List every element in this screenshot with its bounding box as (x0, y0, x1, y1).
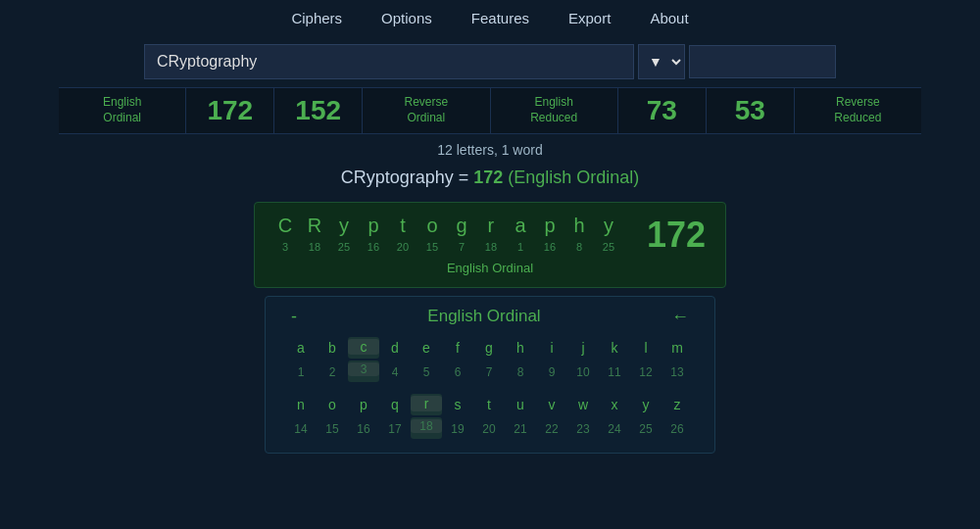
alpha-letter-cell-s: s (442, 394, 473, 415)
alpha-letter-cell-i: i (536, 337, 567, 359)
alpha-letter-cell-r: r (411, 394, 442, 415)
search-row: ▼ (0, 36, 980, 87)
cipher-dropdown[interactable]: ▼ (638, 44, 685, 79)
alpha-letter-cell-h: h (505, 337, 536, 359)
alpha-next-button[interactable]: ← (665, 307, 695, 327)
letter-total: 172 (647, 215, 706, 256)
eo-label: EnglishOrdinal (103, 95, 141, 125)
alpha-letter-cell-y: y (630, 394, 662, 415)
alpha-letter-cell-w: w (567, 394, 599, 415)
alpha-header: - English Ordinal ← (285, 307, 695, 327)
word-info: 12 letters, 1 word (0, 134, 980, 162)
alpha-num-cell-25: 25 (630, 417, 662, 439)
nav-features[interactable]: Features (471, 10, 529, 26)
alpha-num-cell-1: 1 (285, 361, 317, 382)
alpha-bot-numbers-row: 14151617181920212223242526 (285, 417, 695, 439)
letter-num-2: 25 (333, 241, 355, 253)
alpha-prev-button[interactable]: - (285, 307, 303, 327)
letter-char-8: a (510, 215, 531, 237)
eo-value-172: 172 (207, 94, 253, 127)
eq-text: CRyptography (341, 168, 454, 187)
alpha-letter-cell-a: a (285, 337, 317, 359)
letter-char-11: y (598, 215, 619, 237)
alpha-num-cell-17: 17 (379, 417, 411, 439)
letter-num-4: 20 (392, 241, 414, 253)
alpha-letter-cell-k: k (599, 337, 630, 359)
cipher-cell-er-label[interactable]: EnglishReduced (491, 88, 618, 133)
alpha-top-numbers-row: 12345678910111213 (285, 361, 695, 382)
alpha-letter-cell-j: j (567, 337, 599, 359)
alpha-num-cell-13: 13 (662, 361, 693, 382)
alpha-num-cell-21: 21 (505, 417, 536, 439)
er-value-53: 53 (735, 94, 765, 127)
alpha-num-cell-5: 5 (411, 361, 442, 382)
alpha-rows: abcdefghijklm 12345678910111213 nopqrstu… (285, 337, 695, 439)
alpha-letter-cell-m: m (662, 337, 693, 359)
alpha-num-cell-15: 15 (317, 417, 348, 439)
letter-char-9: p (539, 215, 561, 237)
alpha-num-cell-24: 24 (599, 417, 630, 439)
alpha-letter-cell-b: b (317, 337, 348, 359)
alphabet-table: - English Ordinal ← abcdefghijklm 123456… (265, 296, 715, 454)
letter-num-9: 16 (539, 241, 561, 253)
alpha-num-cell-16: 16 (348, 417, 379, 439)
alpha-letter-cell-x: x (599, 394, 630, 415)
cipher-cell-73[interactable]: 73 (618, 88, 707, 133)
alpha-num-cell-6: 6 (442, 361, 473, 382)
letter-char-7: r (480, 215, 502, 237)
nav-bar: Ciphers Options Features Export About (0, 0, 980, 36)
eq-value: 172 (473, 168, 503, 187)
alpha-letter-cell-g: g (473, 337, 505, 359)
cipher-cell-172[interactable]: 172 (186, 88, 274, 133)
alpha-title: English Ordinal (303, 307, 665, 326)
alpha-num-cell-11: 11 (599, 361, 630, 382)
rr-label: ReverseReduced (834, 95, 881, 125)
alpha-num-cell-19: 19 (442, 417, 473, 439)
alpha-letter-cell-t: t (473, 394, 505, 415)
alpha-num-cell-10: 10 (567, 361, 599, 382)
alpha-letter-cell-u: u (505, 394, 536, 415)
eq-equals: = (459, 168, 474, 187)
nav-ciphers[interactable]: Ciphers (291, 10, 342, 26)
alpha-num-cell-12: 12 (630, 361, 662, 382)
letter-box-label: English Ordinal (447, 261, 533, 275)
alpha-letter-cell-d: d (379, 337, 411, 359)
cipher-cell-53[interactable]: 53 (707, 88, 795, 133)
alpha-letter-cell-z: z (662, 394, 693, 415)
alpha-num-cell-7: 7 (473, 361, 505, 382)
alpha-num-cell-18: 18 (411, 417, 442, 439)
letter-box-container: CRyptography 31825162015718116825 172 En… (0, 202, 980, 288)
cipher-cell-152[interactable]: 152 (274, 88, 363, 133)
search-extra-input[interactable] (689, 45, 836, 78)
letter-char-4: t (392, 215, 414, 237)
alpha-num-cell-14: 14 (285, 417, 317, 439)
letters-row-nums: 31825162015718116825 (274, 241, 619, 253)
alpha-num-cell-8: 8 (505, 361, 536, 382)
ro-label: ReverseOrdinal (404, 95, 448, 125)
letter-num-5: 15 (421, 241, 443, 253)
search-input[interactable] (144, 44, 634, 79)
alpha-letter-cell-o: o (317, 394, 348, 415)
alpha-num-cell-2: 2 (317, 361, 348, 382)
cipher-cell-rr-label[interactable]: ReverseReduced (795, 88, 921, 133)
letter-char-10: h (568, 215, 590, 237)
letter-num-8: 1 (510, 241, 531, 253)
alpha-letter-cell-l: l (630, 337, 662, 359)
cipher-cell-eo-label[interactable]: EnglishOrdinal (59, 88, 186, 133)
nav-export[interactable]: Export (568, 10, 611, 26)
alpha-letter-cell-f: f (442, 337, 473, 359)
alpha-num-cell-22: 22 (536, 417, 567, 439)
letter-num-10: 8 (568, 241, 590, 253)
alpha-letter-cell-n: n (285, 394, 317, 415)
letter-char-5: o (421, 215, 443, 237)
cipher-cell-ro-label[interactable]: ReverseOrdinal (363, 88, 490, 133)
nav-about[interactable]: About (650, 10, 688, 26)
letter-char-0: C (274, 215, 296, 237)
letter-box: CRyptography 31825162015718116825 172 En… (254, 202, 726, 288)
alpha-letter-cell-c: c (348, 337, 379, 359)
alpha-num-cell-3: 3 (348, 361, 379, 382)
nav-options[interactable]: Options (381, 10, 432, 26)
alpha-top-letters-row: abcdefghijklm (285, 337, 695, 359)
letter-num-0: 3 (274, 241, 296, 253)
eq-cipher: (English Ordinal) (508, 168, 639, 187)
